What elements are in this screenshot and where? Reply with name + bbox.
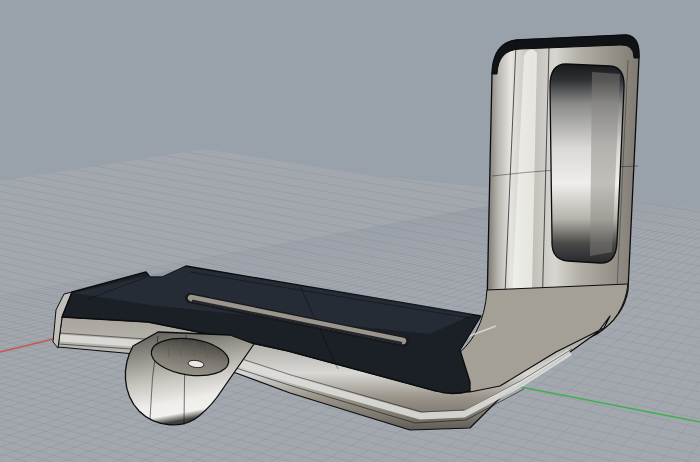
- viewport-canvas[interactable]: [0, 0, 700, 462]
- cad-3d-viewport[interactable]: [0, 0, 700, 462]
